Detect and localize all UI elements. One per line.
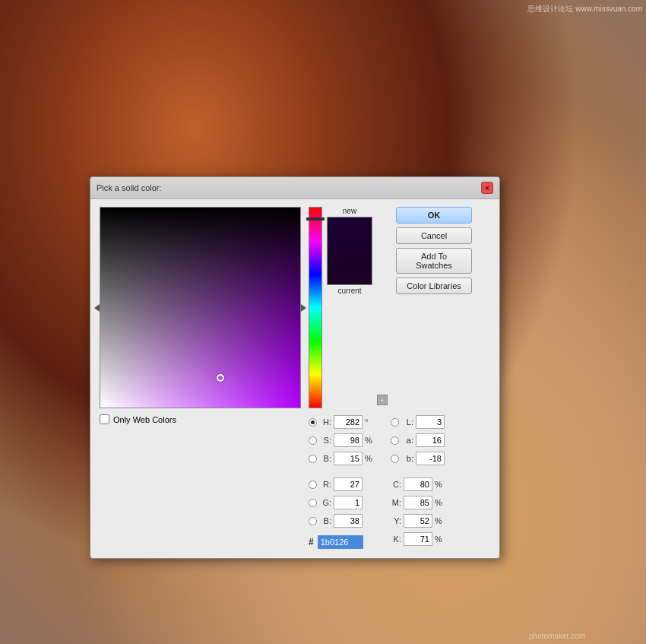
h-radio[interactable] <box>309 418 317 427</box>
spacer2 <box>391 469 445 474</box>
b-lab-row: b: <box>391 451 445 466</box>
color-field-container <box>100 207 301 408</box>
r-label: R: <box>319 480 331 489</box>
b-brightness-row: B: % <box>309 451 374 466</box>
preview-new-label: new <box>343 207 356 215</box>
m-unit: % <box>435 498 444 507</box>
r-radio[interactable] <box>309 481 317 489</box>
s-radio[interactable] <box>309 436 317 445</box>
hue-spectrum-bar[interactable] <box>309 207 322 408</box>
a-label: a: <box>401 436 413 445</box>
cancel-button[interactable]: Cancel <box>396 227 472 244</box>
r-input[interactable] <box>334 477 363 491</box>
color-libraries-button[interactable]: Color Libraries <box>396 278 472 294</box>
g-radio[interactable] <box>309 499 317 507</box>
dialog-body: Only Web Colors new current <box>90 199 499 558</box>
s-label: S: <box>319 436 331 445</box>
preview-current-label: current <box>337 287 361 295</box>
s-input[interactable] <box>334 433 363 447</box>
m-row: M: % <box>391 495 445 510</box>
ok-button[interactable]: OK <box>396 207 472 224</box>
b-lab-radio[interactable] <box>391 455 399 463</box>
c-label: C: <box>391 480 401 489</box>
dialog-title: Pick a solid color: <box>97 183 162 192</box>
h-label: H: <box>319 417 331 427</box>
add-to-swatches-button[interactable]: Add To Swatches <box>396 248 472 274</box>
watermark-bottom: photomaker.com <box>529 632 585 640</box>
h-input[interactable] <box>334 415 363 429</box>
only-web-colors-row: Only Web Colors <box>100 414 301 424</box>
h-row: H: ° <box>309 414 374 430</box>
a-radio[interactable] <box>391 436 399 445</box>
color-picker-dialog: Pick a solid color: × Only Web Colors <box>90 176 500 559</box>
preview-new-color <box>327 217 372 251</box>
dialog-titlebar: Pick a solid color: × <box>90 177 499 199</box>
b-lab-label: b: <box>401 454 413 463</box>
l-row: L: <box>391 414 445 430</box>
k-input[interactable] <box>404 532 432 546</box>
l-input[interactable] <box>416 415 445 429</box>
m-input[interactable] <box>404 496 432 509</box>
a-input[interactable] <box>416 433 445 447</box>
b-brightness-radio[interactable] <box>309 455 317 463</box>
watermark-top: 思维设计论坛 www.missvuan.com <box>527 4 642 14</box>
right-top-row: new current ▪ OK Cancel Add To Swatches … <box>309 207 472 408</box>
buttons-area: OK Cancel Add To Swatches Color Librarie… <box>396 207 472 408</box>
c-row: C: % <box>391 477 445 492</box>
hue-spectrum-container <box>309 207 322 408</box>
left-inputs: H: ° S: % B: <box>309 414 374 549</box>
hash-label: # <box>309 537 314 547</box>
l-radio[interactable] <box>391 418 399 427</box>
c-unit: % <box>435 480 444 489</box>
b-brightness-unit: % <box>365 454 374 463</box>
s-unit: % <box>365 436 374 445</box>
hex-row: # <box>309 535 374 549</box>
g-row: G: <box>309 495 374 510</box>
b-blue-label: B: <box>319 516 331 525</box>
b-blue-row: B: <box>309 513 374 528</box>
s-row: S: % <box>309 433 374 448</box>
a-row: a: <box>391 433 445 448</box>
alert-area: ▪ <box>377 207 388 408</box>
preview-current-color <box>327 251 372 285</box>
color-preview-area: new current <box>327 207 372 408</box>
h-unit: ° <box>365 417 374 427</box>
inputs-section: H: ° S: % B: <box>309 414 472 549</box>
only-web-colors-checkbox[interactable] <box>100 414 109 424</box>
c-input[interactable] <box>404 477 432 491</box>
y-label: Y: <box>391 516 401 525</box>
y-unit: % <box>435 516 444 525</box>
g-input[interactable] <box>334 496 363 509</box>
close-button[interactable]: × <box>481 182 493 194</box>
y-row: Y: % <box>391 513 445 528</box>
g-label: G: <box>319 498 331 507</box>
k-unit: % <box>435 535 444 544</box>
r-row: R: <box>309 477 374 492</box>
arrow-left-icon <box>94 304 100 312</box>
gamut-warning-icon[interactable]: ▪ <box>377 395 388 405</box>
spacer1 <box>309 469 374 474</box>
color-field[interactable] <box>100 207 301 408</box>
arrow-right-icon <box>301 304 306 312</box>
right-area: new current ▪ OK Cancel Add To Swatches … <box>309 207 472 549</box>
k-label: K: <box>391 535 401 544</box>
y-input[interactable] <box>404 514 432 528</box>
m-label: M: <box>391 498 401 507</box>
color-cursor <box>217 374 224 382</box>
b-lab-input[interactable] <box>416 452 445 465</box>
left-area: Only Web Colors <box>100 207 301 549</box>
b-brightness-label: B: <box>319 454 331 463</box>
l-label: L: <box>401 417 413 427</box>
k-row: K: % <box>391 531 445 547</box>
hex-input[interactable] <box>318 535 363 549</box>
right-inputs: L: a: b: <box>391 414 445 549</box>
b-blue-radio[interactable] <box>309 517 317 525</box>
only-web-colors-label: Only Web Colors <box>113 415 176 424</box>
b-blue-input[interactable] <box>334 514 363 528</box>
b-brightness-input[interactable] <box>334 452 363 465</box>
